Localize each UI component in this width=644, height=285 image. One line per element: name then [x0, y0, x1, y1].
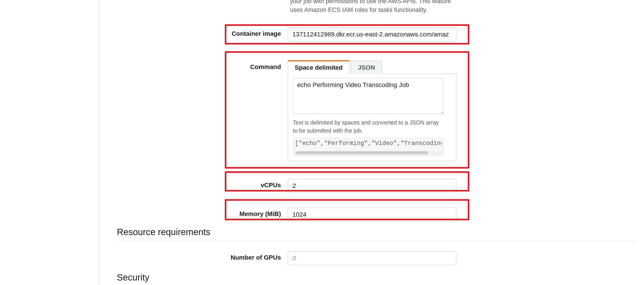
label-vcpus: vCPUs	[228, 179, 288, 189]
command-json-preview-text: ["echo","Performing","Video","Transcodin…	[295, 140, 442, 147]
label-memory: Memory (MiB)	[228, 208, 288, 218]
command-panel: Text is delimited by spaces and converte…	[288, 74, 456, 161]
tab-space-delimited[interactable]: Space delimited	[288, 61, 350, 74]
job-role-help-text: your job with permissions to use the AWS…	[290, 0, 452, 14]
command-help-text: Text is delimited by spaces and converte…	[293, 118, 444, 135]
tab-spacer	[383, 61, 456, 74]
panel-divider	[99, 0, 99, 285]
label-gpus: Number of GPUs	[228, 251, 288, 261]
label-container-image: Container image	[228, 28, 288, 37]
section-resource-requirements: Resource requirements	[117, 227, 210, 237]
section-security: Security	[117, 272, 150, 282]
row-command: Command Space delimited JSON Text is del…	[228, 61, 456, 161]
json-preview-scrollbar[interactable]	[295, 151, 442, 155]
row-gpus: Number of GPUs	[228, 251, 456, 265]
command-tabs: Space delimited JSON	[288, 61, 456, 74]
tab-json[interactable]: JSON	[351, 61, 382, 74]
row-memory: Memory (MiB)	[228, 208, 456, 222]
command-json-preview: ["echo","Performing","Video","Transcodin…	[293, 138, 444, 156]
input-memory[interactable]	[288, 208, 456, 222]
row-vcpus: vCPUs	[228, 179, 456, 193]
input-gpus[interactable]	[288, 251, 456, 265]
textarea-command[interactable]	[293, 78, 444, 114]
scrollbar-thumb[interactable]	[295, 151, 428, 154]
label-command: Command	[228, 61, 288, 70]
input-vcpus[interactable]	[288, 179, 456, 193]
rule-resource-requirements	[117, 241, 636, 241]
row-container-image: Container image	[228, 28, 456, 41]
input-container-image[interactable]	[288, 28, 456, 41]
